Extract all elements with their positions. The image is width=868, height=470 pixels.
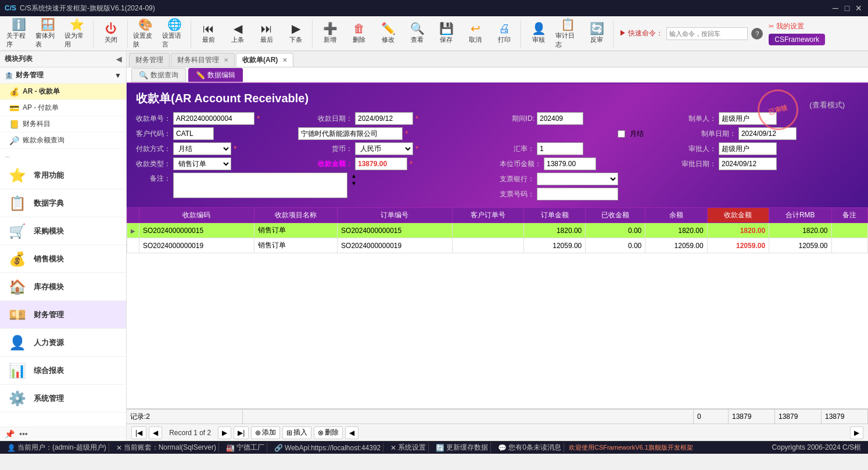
sidebar-collapse-button[interactable]: ◀: [116, 55, 121, 63]
cancel-button[interactable]: ↩ 取消: [461, 20, 489, 47]
last-button[interactable]: ⏭ 最后: [253, 20, 281, 47]
my-settings[interactable]: ✂ 我的设置: [769, 21, 825, 31]
tab-account-subject-close[interactable]: ✕: [224, 57, 228, 63]
sidebar-more[interactable]: ...: [0, 149, 126, 162]
module-sysadmin[interactable]: ⚙️ 系统管理: [0, 385, 126, 412]
tab-ar[interactable]: 收款单(AR) ✕: [236, 53, 293, 67]
audit-button[interactable]: 👤 审核: [525, 20, 553, 47]
save-button[interactable]: 💾 保存: [432, 20, 460, 47]
sidebar-item-ar[interactable]: 💰 AR - 收款单: [0, 84, 126, 100]
customer-code-label: 客户代码：: [136, 129, 171, 139]
col-customer-order-no[interactable]: 客户订单号: [452, 208, 523, 223]
col-remark[interactable]: 备注: [831, 208, 867, 223]
maximize-button[interactable]: □: [842, 3, 852, 13]
module-finance[interactable]: 💴 财务管理: [0, 301, 126, 329]
edit-icon: ✏️: [381, 23, 396, 34]
print-button[interactable]: 🖨 打印: [490, 20, 518, 47]
delete-button[interactable]: 🗑 删除: [345, 20, 373, 47]
prev-button[interactable]: ◀ 上条: [224, 20, 252, 47]
audit-log-button[interactable]: 📋 审计日志: [554, 20, 582, 47]
subtab-edit[interactable]: ✏️ 数据编辑: [188, 68, 243, 82]
module-inventory[interactable]: 🏠 库存模块: [0, 273, 126, 301]
power-button[interactable]: ⏻ 关闭: [97, 20, 125, 47]
tab-account-subject[interactable]: 财务科目管理 ✕: [171, 53, 235, 67]
status-company: 🏭 宁德工厂: [224, 443, 267, 453]
receipt-date-input[interactable]: [355, 112, 413, 125]
about-icon: ℹ️: [12, 19, 26, 30]
nav-scroll-left[interactable]: ◀: [345, 426, 358, 439]
subtab-query[interactable]: 🔍 数据查询: [131, 68, 186, 82]
module-purchase[interactable]: 🛒 采购模块: [0, 217, 126, 245]
sidebar-item-balance[interactable]: 🔎 账款余额查询: [0, 132, 126, 149]
receipt-no-input[interactable]: [173, 112, 254, 125]
col-received-amount[interactable]: 已收金额: [586, 208, 645, 223]
amount-input[interactable]: [355, 157, 407, 170]
approver-label: 审批人：: [682, 144, 716, 154]
col-project-name[interactable]: 收款项目名称: [254, 208, 337, 223]
new-button[interactable]: ➕ 新增: [316, 20, 344, 47]
cell-order-no: SO2024000000015: [338, 223, 453, 238]
monthly-settle-checkbox[interactable]: [618, 130, 625, 138]
about-button[interactable]: ℹ️ 关于程序: [5, 20, 33, 47]
approve-date-input[interactable]: [719, 157, 777, 170]
module-dict[interactable]: 📋 数据字典: [0, 189, 126, 217]
reverse-button[interactable]: 🔄 反审: [583, 20, 611, 47]
col-receipt-code[interactable]: 收款编码: [139, 208, 254, 223]
insert-row-button[interactable]: ⊞ 插入: [282, 426, 311, 439]
table-row[interactable]: SO2024000000019 销售订单 SO2024000000019 120…: [127, 238, 868, 253]
add-row-button[interactable]: ⊕ 添加: [251, 426, 280, 439]
next-button[interactable]: ▶ 下条: [282, 20, 310, 47]
sidebar-pin-button[interactable]: 📌: [5, 429, 15, 439]
delete-row-button[interactable]: ⊗ 删除: [314, 426, 343, 439]
module-report[interactable]: 📊 综合报表: [0, 357, 126, 385]
nav-first-button[interactable]: |◀: [131, 426, 146, 439]
quick-cmd-input[interactable]: [666, 27, 748, 40]
period-id-input[interactable]: [537, 112, 583, 125]
finance-section-header[interactable]: 🏦 财务管理 ▼: [0, 67, 126, 84]
help-button[interactable]: ?: [751, 28, 763, 40]
edit-button[interactable]: ✏️ 修改: [374, 20, 402, 47]
first-button[interactable]: ⏮ 最前: [195, 20, 223, 47]
table-row[interactable]: ▶ SO2024000000015 销售订单 SO2024000000015 1…: [127, 223, 868, 238]
module-common[interactable]: ⭐ 常用功能: [0, 162, 126, 189]
customer-name-input[interactable]: [298, 127, 403, 140]
check-no-input[interactable]: [537, 188, 618, 200]
col-order-no[interactable]: 订单编号: [338, 208, 453, 223]
exchange-rate-input[interactable]: [537, 142, 583, 155]
col-receipt-amount[interactable]: 收款金额: [707, 208, 769, 223]
create-date-input[interactable]: [738, 127, 797, 140]
currency-select[interactable]: 人民币: [355, 142, 413, 155]
textarea-scroll-down[interactable]: ▼: [351, 180, 357, 186]
bank-select[interactable]: [537, 173, 618, 185]
approver-input[interactable]: [719, 142, 777, 155]
status-sys-settings[interactable]: ✕ 系统设置: [388, 443, 429, 453]
payment-method-select[interactable]: 月结: [173, 142, 231, 155]
view-button[interactable]: 🔍 查看: [403, 20, 431, 47]
language-button[interactable]: 🌐 设置语言: [160, 20, 188, 47]
tab-finance[interactable]: 财务管理: [129, 53, 170, 67]
sidebar-item-ap[interactable]: 💳 AP - 付款单: [0, 100, 126, 116]
customer-code-input[interactable]: [173, 127, 214, 140]
set-common-button[interactable]: ⭐ 设为常用: [63, 20, 91, 47]
minimize-button[interactable]: ─: [831, 3, 840, 13]
skin-button[interactable]: 🎨 设置皮肤: [131, 20, 159, 47]
sidebar-item-account[interactable]: 📒 财务科目: [0, 116, 126, 132]
module-sales[interactable]: 💰 销售模块: [0, 245, 126, 273]
col-total-rmb[interactable]: 合计RMB: [769, 208, 831, 223]
status-refresh[interactable]: 🔄 更新缓存数据: [433, 443, 491, 453]
textarea-scroll-up[interactable]: ▲: [351, 173, 357, 179]
nav-scroll-right[interactable]: ▶: [850, 426, 863, 439]
window-list-button[interactable]: 🪟 窗体列表: [34, 20, 62, 47]
receipt-type-select[interactable]: 销售订单: [173, 157, 231, 170]
col-balance[interactable]: 余额: [645, 208, 707, 223]
close-button[interactable]: ✕: [854, 3, 863, 13]
nav-last-button[interactable]: ▶|: [234, 426, 249, 439]
local-amount-input[interactable]: [544, 157, 596, 170]
module-hr[interactable]: 👤 人力资源: [0, 329, 126, 357]
tab-ar-close[interactable]: ✕: [282, 57, 287, 63]
nav-next-button[interactable]: ▶: [218, 426, 231, 439]
remarks-textarea[interactable]: [173, 173, 347, 198]
nav-prev-button[interactable]: ◀: [149, 426, 162, 439]
sidebar-more-button[interactable]: •••: [19, 429, 28, 439]
col-order-amount[interactable]: 订单金额: [523, 208, 585, 223]
